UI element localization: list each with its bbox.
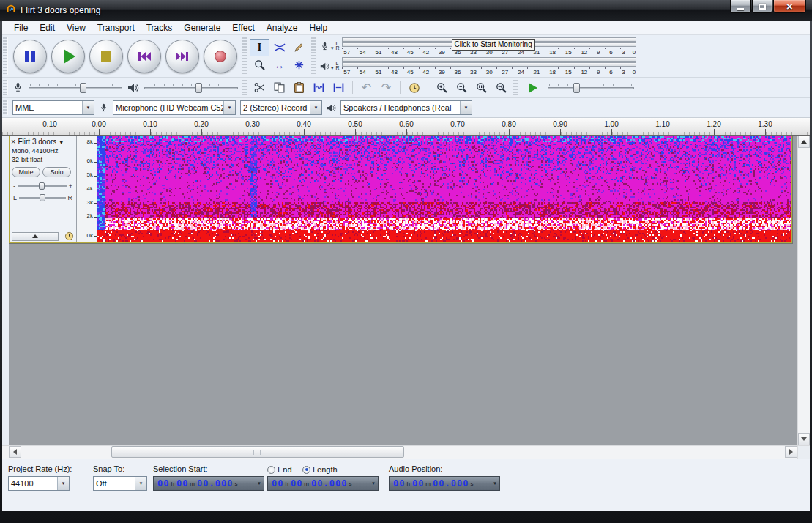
meter-dropdown-arrow-icon[interactable]	[331, 40, 334, 53]
play-speed-slider[interactable]	[548, 82, 634, 94]
track-clock-icon[interactable]	[64, 231, 74, 241]
menu-effect[interactable]: Effect	[226, 21, 260, 34]
recording-volume-slider[interactable]	[29, 82, 122, 94]
scroll-up-button[interactable]	[798, 136, 810, 148]
time-seconds[interactable]: 00.000	[311, 478, 347, 489]
multi-tool-button[interactable]	[289, 56, 309, 74]
playback-meter-body[interactable]: -57-54-51-48-45-42-39-36-33-30-27-24-21-…	[342, 57, 636, 75]
pan-slider-thumb[interactable]	[40, 194, 45, 201]
playback-meter[interactable]: L R -57-54-51-48-45-42-39-36-33-30-27-24…	[320, 56, 636, 75]
play-button[interactable]	[51, 40, 85, 73]
slider-thumb[interactable]	[80, 83, 86, 93]
meter-dropdown-arrow-icon[interactable]	[331, 59, 334, 73]
recording-meter-body[interactable]: -57-54-51-48-45-42-39-36-33-30-27-24-21-…	[342, 37, 636, 56]
recording-meter[interactable]: L R -57-54-51-48-45-42-39-36-33-30-27-24…	[320, 37, 636, 56]
timefield-dropdown-icon[interactable]	[370, 477, 377, 490]
time-minutes[interactable]: 00	[412, 478, 424, 489]
menu-tracks[interactable]: Tracks	[141, 21, 179, 34]
scroll-left-button[interactable]	[9, 446, 21, 458]
timeline-ruler[interactable]: - 0.100.000.100.200.300.400.500.600.700.…	[2, 118, 810, 136]
menu-file[interactable]: File	[8, 21, 34, 34]
project-rate-select[interactable]: 44100	[8, 476, 70, 491]
pause-button[interactable]	[13, 40, 47, 73]
maximize-button[interactable]	[752, 0, 772, 13]
toolbar-grip[interactable]	[3, 100, 8, 115]
dropdown-arrow-icon[interactable]	[223, 101, 235, 114]
selection-length-radio[interactable]: Length	[302, 465, 338, 474]
dropdown-arrow-icon[interactable]	[57, 477, 69, 490]
selection-end-radio[interactable]: End	[267, 465, 292, 474]
dropdown-arrow-icon[interactable]	[135, 477, 146, 490]
titlebar[interactable]: Flirt 3 doors opening	[0, 0, 812, 21]
selection-tool-button[interactable]: I	[250, 39, 269, 56]
time-seconds[interactable]: 00.000	[433, 478, 469, 489]
time-shift-tool-button[interactable]: ↔	[269, 56, 289, 74]
playback-device-select[interactable]: Speakers / Headphones (Real	[340, 100, 472, 115]
track-title[interactable]: Flirt 3 doors	[18, 138, 56, 146]
dropdown-arrow-icon[interactable]	[460, 101, 472, 114]
timefield-dropdown-icon[interactable]	[491, 477, 499, 490]
playback-volume-slider[interactable]	[144, 82, 238, 94]
vertical-scrollbar[interactable]	[797, 136, 810, 445]
stop-button[interactable]	[89, 40, 123, 73]
mute-button[interactable]: Mute	[12, 167, 40, 177]
scrollbar-thumb[interactable]	[111, 446, 404, 458]
dropdown-arrow-icon[interactable]	[82, 101, 94, 114]
toolbar-grip[interactable]	[242, 37, 247, 75]
cut-button[interactable]	[250, 80, 269, 96]
time-hours[interactable]: 00	[393, 478, 405, 489]
dropdown-arrow-icon[interactable]	[310, 101, 321, 114]
recording-device-select[interactable]: Microphone (HD Webcam C52	[113, 100, 236, 115]
audio-host-select[interactable]: MME	[12, 100, 94, 115]
envelope-tool-button[interactable]	[269, 39, 289, 56]
fit-project-button[interactable]	[492, 80, 510, 96]
audio-position-field[interactable]: 00h 00m 00.000s	[389, 476, 500, 491]
toolbar-grip[interactable]	[311, 37, 316, 75]
close-button[interactable]	[773, 0, 806, 13]
time-hours[interactable]: 00	[272, 478, 283, 489]
scroll-down-button[interactable]	[798, 433, 810, 445]
toolbar-grip[interactable]	[242, 80, 247, 95]
time-hours[interactable]: 00	[157, 478, 169, 489]
menu-help[interactable]: Help	[304, 21, 334, 34]
zoom-tool-button[interactable]	[250, 56, 269, 74]
track-gain-slider[interactable]: - +	[10, 179, 76, 190]
skip-to-end-button[interactable]	[165, 40, 199, 73]
snap-to-select[interactable]: Off	[93, 476, 147, 491]
gain-slider-track[interactable]	[18, 182, 67, 190]
menu-view[interactable]: View	[61, 21, 92, 34]
track-canvas-area[interactable]: Flirt 3 doors Mono, 44100Hz 32-bit float…	[9, 136, 797, 445]
zoom-in-button[interactable]	[433, 80, 451, 96]
minimize-button[interactable]	[730, 0, 751, 13]
play-at-speed-button[interactable]	[524, 80, 542, 96]
slider-thumb[interactable]	[573, 83, 580, 93]
menu-transport[interactable]: Transport	[92, 21, 141, 34]
spectrogram[interactable]	[97, 136, 791, 242]
selection-length-field[interactable]: 00h 00m 00.000s	[267, 476, 379, 491]
redo-button[interactable]: ↷	[377, 80, 395, 96]
solo-button[interactable]: Solo	[42, 167, 71, 177]
undo-button[interactable]: ↶	[357, 80, 376, 96]
scroll-right-button[interactable]	[785, 446, 797, 458]
trim-audio-button[interactable]	[310, 80, 328, 96]
toolbar-grip[interactable]	[3, 80, 8, 95]
recording-channels-select[interactable]: 2 (Stereo) Record	[240, 100, 322, 115]
menu-edit[interactable]: Edit	[34, 21, 61, 34]
menu-generate[interactable]: Generate	[178, 21, 226, 34]
audio-track[interactable]: Flirt 3 doors Mono, 44100Hz 32-bit float…	[9, 136, 792, 243]
horizontal-scrollbar[interactable]	[9, 446, 797, 458]
pan-slider-track[interactable]	[19, 193, 65, 202]
skip-to-start-button[interactable]	[127, 40, 161, 73]
toolbar-grip[interactable]	[3, 37, 8, 75]
gain-slider-thumb[interactable]	[39, 182, 45, 190]
monitor-button[interactable]: Click to Start Monitoring	[452, 39, 535, 51]
sync-lock-button[interactable]	[405, 80, 423, 96]
track-collapse-button[interactable]	[12, 232, 59, 241]
time-minutes[interactable]: 00	[176, 478, 188, 489]
track-close-icon[interactable]	[11, 138, 15, 146]
track-pan-slider[interactable]: L R	[10, 190, 76, 202]
draw-tool-button[interactable]	[289, 39, 309, 56]
copy-button[interactable]	[270, 80, 288, 96]
timefield-dropdown-icon[interactable]	[256, 477, 263, 490]
record-button[interactable]	[204, 40, 237, 73]
